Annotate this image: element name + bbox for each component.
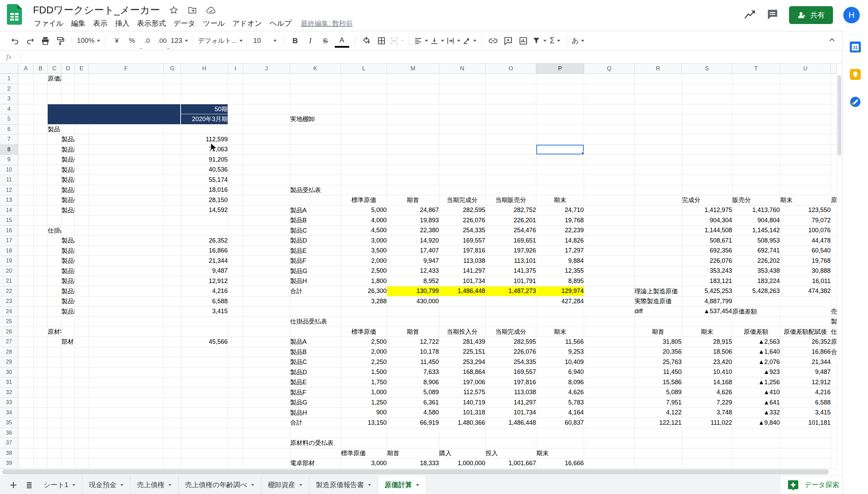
cell-T10[interactable] xyxy=(732,165,780,175)
cell-J11[interactable] xyxy=(243,175,290,185)
cell-A18[interactable] xyxy=(18,246,34,256)
cell-L30[interactable]: 1,500 xyxy=(341,367,387,378)
cell-V19[interactable] xyxy=(831,256,837,266)
cell-K23[interactable] xyxy=(290,296,341,307)
cell-O17[interactable]: 169,651 xyxy=(486,236,536,246)
cell-T23[interactable] xyxy=(732,296,780,307)
format-currency-button[interactable]: ¥ xyxy=(110,34,123,47)
increase-decimal-button[interactable]: .00→ xyxy=(156,34,169,47)
cell-Q37[interactable] xyxy=(584,438,635,448)
cell-P28[interactable]: 9,253 xyxy=(536,347,584,357)
row-header-20[interactable]: 20 xyxy=(0,266,18,277)
cell-V34[interactable] xyxy=(831,408,837,418)
horizontal-scrollbar[interactable] xyxy=(0,469,837,475)
cell-F6[interactable] xyxy=(89,125,164,135)
row-header-13[interactable]: 13 xyxy=(0,195,18,205)
cell-C34[interactable] xyxy=(48,408,61,418)
cell-M14[interactable]: 24,867 xyxy=(387,205,439,216)
cell-N33[interactable]: 140,719 xyxy=(439,398,486,408)
cell-Q39[interactable] xyxy=(584,458,635,469)
column-header-J[interactable]: J xyxy=(243,63,290,74)
fill-color-button[interactable] xyxy=(360,34,373,47)
text-wrap-menu[interactable] xyxy=(446,34,460,47)
cell-H10[interactable]: 40,536 xyxy=(181,165,228,175)
row-header-4[interactable]: 4 xyxy=(0,104,18,115)
cell-U27[interactable]: 26,352 xyxy=(780,337,831,347)
cell-C17[interactable] xyxy=(48,236,61,246)
cell-Q33[interactable] xyxy=(584,398,635,408)
cell-T2[interactable] xyxy=(732,84,780,94)
cell-J31[interactable] xyxy=(243,377,290,388)
sheet-tab-5[interactable]: 棚卸資産 xyxy=(261,476,309,494)
cell-G21[interactable] xyxy=(164,276,181,286)
cell-I10[interactable] xyxy=(228,165,243,175)
cell-H2[interactable] xyxy=(181,84,228,94)
cell-T36[interactable] xyxy=(732,428,780,438)
cell-D9[interactable]: 製品C xyxy=(61,155,75,165)
cell-J13[interactable] xyxy=(243,195,290,205)
cell-B35[interactable] xyxy=(34,418,48,428)
cell-D38[interactable] xyxy=(61,448,75,459)
cell-O1[interactable] xyxy=(486,74,536,84)
cell-T12[interactable] xyxy=(732,185,780,196)
cell-R28[interactable]: 20,356 xyxy=(635,347,682,357)
cell-D26[interactable] xyxy=(61,327,75,337)
cell-H14[interactable]: 14,592 xyxy=(181,205,228,216)
cell-B4[interactable] xyxy=(34,104,48,115)
cell-P30[interactable]: 6,940 xyxy=(536,367,584,378)
cell-C8[interactable] xyxy=(48,145,61,155)
horizontal-align-menu[interactable] xyxy=(414,34,428,47)
cell-A33[interactable] xyxy=(18,398,34,408)
cell-E35[interactable] xyxy=(75,418,89,428)
cell-S4[interactable] xyxy=(682,104,732,115)
cell-S30[interactable]: 10,410 xyxy=(682,367,732,378)
cell-B37[interactable] xyxy=(34,438,48,448)
cell-H37[interactable] xyxy=(181,438,228,448)
cell-G30[interactable] xyxy=(164,367,181,378)
cell-N22[interactable]: 1,486,448 xyxy=(439,286,486,297)
cell-F17[interactable] xyxy=(89,236,164,246)
cell-U38[interactable] xyxy=(780,448,831,459)
cell-G28[interactable] xyxy=(164,347,181,357)
cell-E10[interactable] xyxy=(75,165,89,175)
cell-U22[interactable]: 474,382 xyxy=(780,286,831,297)
cell-O11[interactable] xyxy=(486,175,536,185)
cell-M25[interactable] xyxy=(387,317,439,327)
column-header-T[interactable]: T xyxy=(732,63,780,74)
cell-T3[interactable] xyxy=(732,94,780,104)
cell-D29[interactable] xyxy=(61,357,75,367)
cell-Q11[interactable] xyxy=(584,175,635,185)
cell-G26[interactable] xyxy=(164,327,181,337)
cell-V38[interactable] xyxy=(831,448,837,459)
vertical-scrollbar[interactable] xyxy=(837,63,842,469)
cell-M1[interactable] xyxy=(387,74,439,84)
cell-E27[interactable] xyxy=(75,337,89,347)
cell-Q7[interactable] xyxy=(584,134,635,145)
keep-icon[interactable] xyxy=(849,69,861,80)
menu-edit[interactable]: 編集 xyxy=(67,17,89,30)
cell-M5[interactable] xyxy=(387,114,439,125)
cell-F9[interactable] xyxy=(89,155,164,165)
cell-J29[interactable] xyxy=(243,357,290,367)
cell-K2[interactable] xyxy=(290,84,341,94)
cell-A39[interactable] xyxy=(18,458,34,469)
cell-N10[interactable] xyxy=(439,165,486,175)
cell-B25[interactable] xyxy=(34,317,48,327)
cell-G22[interactable] xyxy=(164,286,181,297)
cell-E18[interactable] xyxy=(75,246,89,256)
cell-D6[interactable] xyxy=(61,125,75,135)
cell-O19[interactable]: 113,101 xyxy=(486,256,536,266)
cell-H11[interactable]: 55,174 xyxy=(181,175,228,185)
cell-H8[interactable]: 72,063 xyxy=(181,145,228,155)
cell-U4[interactable] xyxy=(780,104,831,115)
cell-B36[interactable] xyxy=(34,428,48,438)
cell-F23[interactable] xyxy=(89,296,164,307)
cell-V5[interactable] xyxy=(831,114,837,125)
cell-I19[interactable] xyxy=(228,256,243,266)
cell-U34[interactable]: 3,415 xyxy=(780,408,831,418)
cell-P11[interactable] xyxy=(536,175,584,185)
cell-Q4[interactable] xyxy=(584,104,635,115)
text-rotation-menu[interactable] xyxy=(462,34,477,47)
cell-K27[interactable]: 製品A xyxy=(290,337,341,347)
cell-E11[interactable] xyxy=(75,175,89,185)
